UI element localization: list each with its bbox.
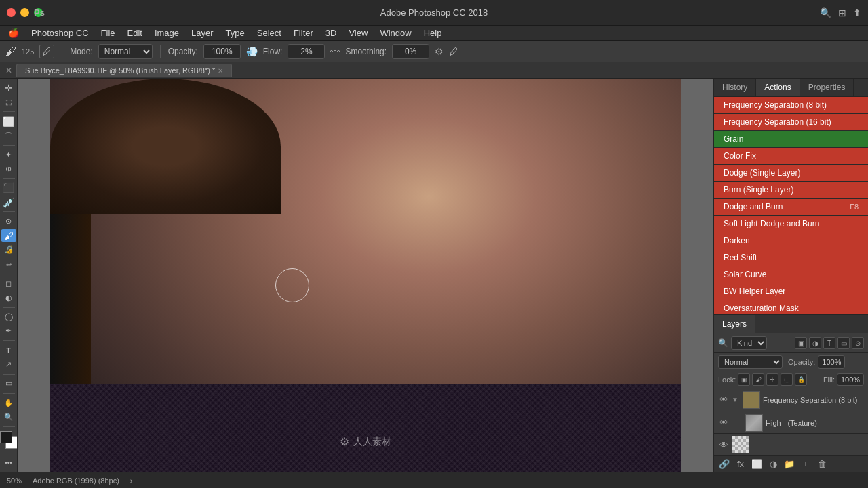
tab-history[interactable]: History — [714, 79, 756, 96]
tab-close-btn[interactable]: ✕ — [5, 66, 12, 75]
move-tool[interactable]: ✛ — [1, 81, 16, 94]
layer-row-2[interactable]: 👁 High - (Texture) — [714, 411, 868, 433]
smoothing-input[interactable] — [392, 44, 429, 59]
layer-expand-1[interactable]: ▼ — [732, 396, 740, 404]
document-tab[interactable]: Sue Bryce_T8A9930.TIF @ 50% (Brush Layer… — [16, 64, 232, 77]
crop-tool[interactable]: ⬛ — [1, 182, 16, 195]
gradient-tool[interactable]: ◐ — [1, 291, 16, 304]
layers-kind-select[interactable]: Kind — [731, 336, 767, 350]
action-item-7[interactable]: Dodge and BurnF8 — [714, 199, 868, 216]
lock-all-btn[interactable]: 🔒 — [795, 373, 807, 386]
menu-view[interactable]: View — [343, 26, 373, 39]
add-mask-btn[interactable]: ⬜ — [751, 458, 763, 470]
brush-tool[interactable]: 🖌 — [1, 229, 16, 242]
shape-filter-btn[interactable]: ▭ — [837, 337, 850, 349]
canvas-area[interactable]: ⚙ 人人素材 — [18, 79, 713, 472]
menu-layer[interactable]: Layer — [186, 26, 219, 39]
action-item-9[interactable]: Darken — [714, 232, 868, 249]
eraser-tool[interactable]: ◻ — [1, 277, 16, 290]
menu-apple[interactable]: 🍎 — [3, 26, 24, 39]
more-tools[interactable]: ••• — [1, 456, 16, 469]
artboard-tool[interactable]: ⬚ — [1, 96, 16, 108]
action-item-11[interactable]: Solar Curve — [714, 266, 868, 283]
add-link-btn[interactable]: 🔗 — [718, 458, 730, 470]
menu-select[interactable]: Select — [252, 26, 287, 39]
smart-filter-btn[interactable]: ⊙ — [852, 337, 864, 349]
menu-filter[interactable]: Filter — [288, 26, 319, 39]
brush-preset-icon[interactable]: 🖊 — [39, 45, 54, 58]
clone-stamp-tool[interactable]: 🔏 — [1, 243, 16, 256]
spot-heal-tool[interactable]: ⊙ — [1, 215, 16, 228]
tab-actions[interactable]: Actions — [756, 79, 800, 96]
pen-tool[interactable]: ✒ — [1, 325, 16, 338]
adjustment-filter-btn[interactable]: ◑ — [809, 337, 821, 349]
action-item-12[interactable]: BW Helper Layer — [714, 283, 868, 300]
extra-row-visibility[interactable]: 👁 — [718, 439, 729, 450]
eyedropper-tool[interactable]: 💉 — [1, 196, 16, 209]
new-layer-btn[interactable]: + — [800, 458, 812, 470]
history-brush-tool[interactable]: ↩ — [1, 258, 16, 271]
action-item-1[interactable]: Frequency Separation (8 bit) — [714, 97, 868, 114]
action-item-6[interactable]: Burn (Single Layer) — [714, 182, 868, 199]
layer-row-1[interactable]: 👁 ▼ Frequency Separation (8 bit) — [714, 388, 868, 411]
flow-input[interactable] — [288, 44, 325, 59]
lock-artboard-btn[interactable]: ⬚ — [781, 373, 793, 386]
dodge-tool[interactable]: ◯ — [1, 310, 16, 323]
pixel-filter-btn[interactable]: ▣ — [795, 337, 807, 349]
menu-help[interactable]: Help — [418, 26, 448, 39]
layer-vis-2[interactable]: 👁 — [718, 418, 729, 428]
foreground-color[interactable] — [0, 431, 12, 443]
airbrush-icon[interactable]: 💨 — [246, 46, 258, 57]
delete-layer-btn[interactable]: 🗑 — [816, 458, 828, 470]
opacity-input[interactable] — [203, 44, 241, 59]
smoothing-toggle-icon[interactable]: 〰 — [330, 46, 340, 57]
lasso-tool[interactable]: ⌒ — [1, 129, 16, 142]
search-icon[interactable]: 🔍 — [820, 7, 831, 18]
menu-image[interactable]: Image — [149, 26, 184, 39]
brush-icon[interactable]: 🖌 — [5, 45, 16, 58]
new-adjustment-btn[interactable]: ◑ — [767, 458, 779, 470]
tab-properties[interactable]: Properties — [800, 79, 854, 96]
path-select-tool[interactable]: ↗ — [1, 358, 16, 371]
action-item-5[interactable]: Dodge (Single Layer) — [714, 165, 868, 182]
search-layers-icon[interactable]: 🔍 — [718, 338, 728, 348]
action-item-3[interactable]: Grain — [714, 131, 868, 148]
share-icon[interactable]: ⬆ — [853, 7, 861, 18]
action-item-8[interactable]: Soft Light Dodge and Burn — [714, 216, 868, 232]
menu-window[interactable]: Window — [374, 26, 416, 39]
menu-file[interactable]: File — [96, 26, 121, 39]
arrange-icon[interactable]: ⊞ — [838, 7, 846, 18]
blend-mode-select[interactable]: Normal — [98, 44, 153, 59]
tab-layers[interactable]: Layers — [714, 315, 755, 333]
action-item-10[interactable]: Red Shift — [714, 249, 868, 266]
layer-vis-1[interactable]: 👁 — [718, 394, 729, 405]
action-item-13[interactable]: Oversaturation Mask — [714, 300, 868, 314]
hand-tool[interactable]: ✋ — [1, 396, 16, 409]
action-item-4[interactable]: Color Fix — [714, 148, 868, 165]
new-group-btn[interactable]: 📁 — [783, 458, 795, 470]
status-arrow[interactable]: › — [130, 476, 133, 485]
zoom-tool[interactable]: 🔍 — [1, 411, 16, 424]
layers-opacity-input[interactable] — [818, 355, 845, 369]
marquee-rect-tool[interactable]: ⬜ — [1, 115, 16, 127]
close-button[interactable] — [7, 8, 16, 17]
minimize-button[interactable] — [20, 8, 29, 17]
lock-pixels-btn[interactable]: ▣ — [738, 373, 750, 386]
fill-input[interactable] — [837, 373, 864, 386]
layers-blend-mode-select[interactable]: Normal — [718, 355, 783, 369]
doc-tab-close[interactable]: ✕ — [218, 67, 223, 75]
add-effect-btn[interactable]: fx — [734, 458, 747, 470]
pressure-icon[interactable]: 🖊 — [449, 46, 458, 57]
lock-move-btn[interactable]: ✛ — [766, 373, 778, 386]
menu-type[interactable]: Type — [220, 26, 250, 39]
lock-paint-btn[interactable]: 🖌 — [752, 373, 764, 386]
menu-edit[interactable]: Edit — [122, 26, 148, 39]
type-filter-btn[interactable]: T — [823, 337, 835, 349]
menu-3d[interactable]: 3D — [320, 26, 342, 39]
magic-wand-tool[interactable]: ✦ — [1, 148, 16, 161]
shape-tool[interactable]: ▭ — [1, 377, 16, 390]
menu-photoshop[interactable]: Photoshop CC — [26, 26, 94, 39]
action-item-2[interactable]: Frequency Separation (16 bit) — [714, 114, 868, 131]
settings-icon[interactable]: ⚙ — [435, 46, 443, 57]
quick-select-tool[interactable]: ⊕ — [1, 163, 16, 176]
